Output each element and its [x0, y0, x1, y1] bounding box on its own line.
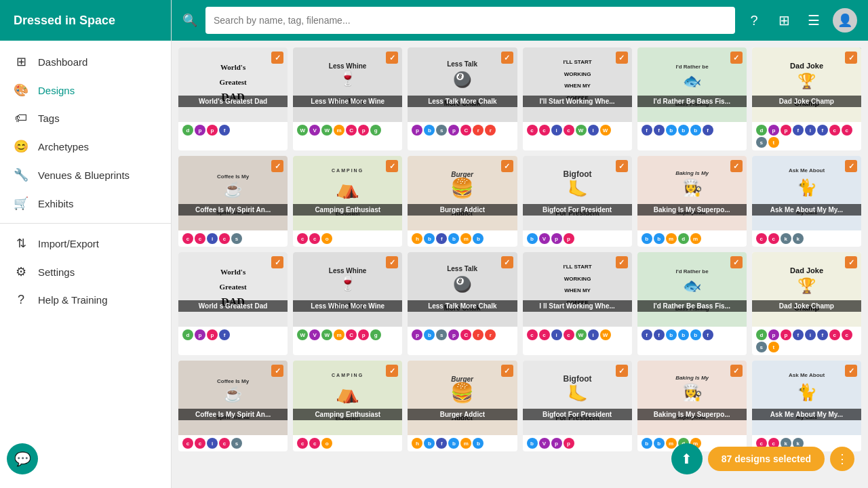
dot: f [817, 125, 828, 136]
sidebar-item-designs[interactable]: 🎨 Designs [0, 76, 171, 104]
design-card[interactable]: Baking Is My👩‍🍳Superpower ✓ Baking Is My… [637, 156, 747, 247]
nav-items: ⊞ Dashboard🎨 Designs🏷 Tags😊 Archetypes🔧 … [0, 47, 171, 218]
dot: k [781, 233, 791, 244]
design-card[interactable]: Ask Me About🐈My Cats ✓ Ask Me About My M… [752, 156, 861, 247]
dot: p [207, 329, 218, 340]
design-card[interactable]: World'sGreatestDAD ✓ World's Greatest Da… [178, 47, 288, 150]
design-checkbox[interactable]: ✓ [730, 256, 743, 268]
avatar[interactable]: 👤 [833, 8, 857, 33]
design-card[interactable]: Bigfoot🦶For President ✓ Bigfoot For Pres… [523, 361, 632, 451]
design-checkbox[interactable]: ✓ [616, 365, 628, 377]
content-area: Upload Date ▼ World'sGreatestDAD ✓ World… [172, 41, 868, 488]
svg-text:Dad Joke: Dad Joke [790, 62, 823, 70]
dot: b [527, 233, 538, 244]
dot: f [642, 329, 652, 340]
design-card[interactable]: World'sGreatestDAD ✓ World s Greatest Da… [178, 252, 288, 355]
design-checkbox[interactable]: ✓ [501, 365, 513, 377]
sidebar-item-help[interactable]: ? Help & Training [0, 286, 171, 314]
design-checkbox[interactable]: ✓ [845, 256, 857, 268]
design-checkbox[interactable]: ✓ [845, 160, 857, 172]
design-card[interactable]: I'LL STARTWORKINGWHEN MYCOFFEE ✓ I'll St… [523, 47, 632, 150]
design-checkbox[interactable]: ✓ [271, 52, 283, 64]
design-card[interactable]: Dad Joke🏆Champ ✓ Dad Joke Champ dppfifcc… [752, 47, 861, 150]
dot: W [600, 329, 611, 340]
svg-text:Burger: Burger [452, 171, 475, 178]
design-card[interactable]: Coffee Is My☕Spirit Animal ✓ Coffee Is M… [178, 361, 288, 451]
design-card[interactable]: Ask Me About🐈My Cats ✓ Ask Me About My M… [752, 361, 861, 451]
design-card[interactable]: Coffee Is My☕Spirit Animal ✓ Coffee Is M… [178, 156, 288, 247]
design-thumbnail: Burger🍔Addict ✓ Burger Addict [408, 156, 517, 230]
design-card[interactable]: I'LL STARTWORKINGWHEN MYCOFFEE ✓ I ll St… [523, 252, 632, 355]
design-card[interactable]: I'd Rather be🐟Bass Fishing ✓ I'd Rather … [637, 252, 747, 355]
list-view-icon[interactable]: ☰ [803, 9, 825, 31]
design-card[interactable]: Burger🍔Addict ✓ Burger Addict hbfbmb [408, 361, 517, 451]
dot: C [460, 125, 471, 136]
dot: r [485, 125, 496, 136]
dot: f [219, 125, 230, 136]
bottom-nav-items: ⇅ Import/Export⚙ Settings? Help & Traini… [0, 229, 171, 314]
design-card[interactable]: Less Whine🍷More Wine ✓ Less Whine More W… [293, 252, 402, 355]
design-label: World s Greatest Dad [178, 300, 288, 312]
design-checkbox[interactable]: ✓ [730, 160, 743, 172]
design-checkbox[interactable]: ✓ [386, 365, 398, 377]
design-checkbox[interactable]: ✓ [271, 365, 283, 377]
design-checkbox[interactable]: ✓ [501, 256, 513, 268]
chat-button[interactable]: 💬 [7, 443, 38, 474]
dot: i [588, 125, 599, 136]
design-card[interactable]: Burger🍔Addict ✓ Burger Addict hbfbmb [408, 156, 517, 247]
sidebar-label-venues: Venues & Blueprints [38, 169, 130, 181]
sidebar-item-venues[interactable]: 🔧 Venues & Blueprints [0, 161, 171, 189]
design-checkbox[interactable]: ✓ [616, 52, 628, 64]
design-checkbox[interactable]: ✓ [501, 160, 513, 172]
design-card[interactable]: Less Talk🎱More Chalk ✓ Less Talk More Ch… [408, 47, 517, 150]
design-card[interactable]: Bigfoot🦶For President ✓ Bigfoot For Pres… [523, 156, 632, 247]
sidebar-item-tags[interactable]: 🏷 Tags [0, 104, 171, 132]
design-checkbox[interactable]: ✓ [501, 52, 513, 64]
design-thumbnail: Ask Me About🐈My Cats ✓ Ask Me About My M… [752, 361, 861, 435]
sidebar-label-settings: Settings [38, 266, 75, 278]
sidebar-item-archetypes[interactable]: 😊 Archetypes [0, 132, 171, 161]
more-options-button[interactable]: ⋮ [830, 447, 854, 471]
dot: i [588, 329, 599, 340]
dot: c [768, 233, 779, 244]
design-checkbox[interactable]: ✓ [386, 160, 398, 172]
dot: c [829, 125, 840, 136]
sidebar-item-exhibits[interactable]: 🛒 Exhibits [0, 189, 171, 218]
design-card[interactable]: CAMPING⛺Enthusiast ✓ Camping Enthusiast … [293, 156, 402, 247]
design-card[interactable]: Less Whine🍷More Wine ✓ Less Whine More W… [293, 47, 402, 150]
design-checkbox[interactable]: ✓ [271, 160, 283, 172]
design-checkbox[interactable]: ✓ [730, 365, 743, 377]
design-card[interactable]: Dad Joke🏆Champ ✓ Dad Joke Champ dppfifcc… [752, 252, 861, 355]
sidebar-label-designs: Designs [38, 85, 75, 96]
design-dots: pbspCrr [408, 122, 517, 138]
design-checkbox[interactable]: ✓ [616, 160, 628, 172]
help-icon[interactable]: ? [743, 9, 765, 31]
design-checkbox[interactable]: ✓ [845, 52, 857, 64]
design-checkbox[interactable]: ✓ [386, 256, 398, 268]
design-checkbox[interactable]: ✓ [386, 52, 398, 64]
sidebar-label-exhibits: Exhibits [38, 198, 74, 209]
venues-icon: 🔧 [14, 167, 28, 182]
design-label: Dad Joke Champ [752, 300, 861, 312]
dot: f [219, 329, 230, 340]
design-checkbox[interactable]: ✓ [730, 52, 743, 64]
design-card[interactable]: Less Talk🎱More Chalk ✓ Less Talk More Ch… [408, 252, 517, 355]
sidebar-item-dashboard[interactable]: ⊞ Dashboard [0, 47, 171, 76]
design-checkbox[interactable]: ✓ [616, 256, 628, 268]
design-checkbox[interactable]: ✓ [271, 256, 283, 268]
design-dots: ffbbbf [637, 122, 747, 138]
sidebar-item-import[interactable]: ⇅ Import/Export [0, 229, 171, 258]
upload-fab-button[interactable]: ⬆ [671, 443, 703, 474]
svg-text:⛺: ⛺ [336, 177, 359, 199]
grid-view-icon[interactable]: ⊞ [773, 9, 795, 31]
design-checkbox[interactable]: ✓ [845, 365, 857, 377]
search-input[interactable] [214, 15, 727, 26]
design-card[interactable]: CAMPING⛺Enthusiast ✓ Camping Enthusiast … [293, 361, 402, 451]
dot: f [703, 329, 713, 340]
dot: c [539, 329, 550, 340]
design-card[interactable]: Baking Is My👩‍🍳Superpower ✓ Baking Is My… [637, 361, 747, 451]
svg-text:Coffee Is My: Coffee Is My [217, 174, 250, 180]
sidebar-item-settings[interactable]: ⚙ Settings [0, 258, 171, 286]
design-label: I'd Rather Be Bass Fis... [637, 96, 747, 107]
design-card[interactable]: I'd Rather be🐟Bass Fishing ✓ I'd Rather … [637, 47, 747, 150]
